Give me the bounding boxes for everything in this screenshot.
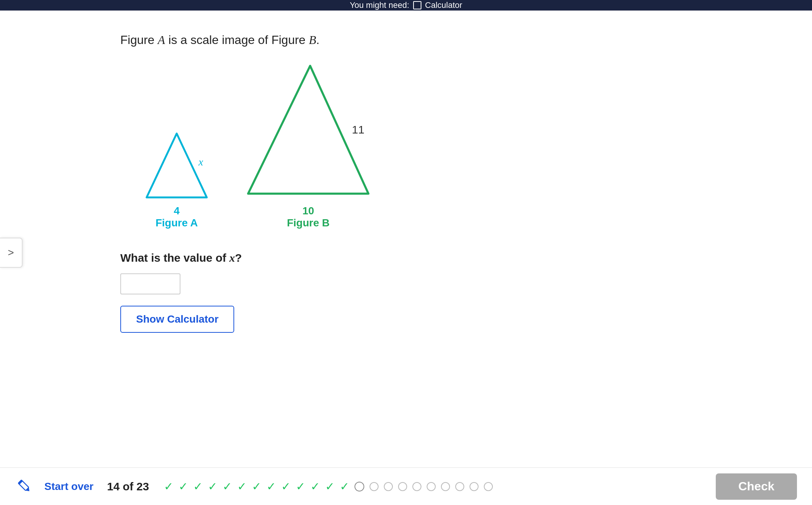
figure-b-svg: 11 — [241, 62, 376, 205]
figure-b-base: 10 — [287, 205, 330, 217]
check-7: ✓ — [252, 480, 261, 493]
svg-marker-5 — [26, 487, 31, 493]
pencil-icon-wrapper — [15, 477, 33, 496]
figure-a-base: 4 — [174, 205, 180, 217]
svg-marker-2 — [248, 66, 368, 194]
empty-circle-6 — [441, 482, 450, 491]
svg-text:x: x — [198, 156, 203, 168]
figure-b-labels: 10 Figure B — [287, 205, 330, 229]
empty-circle-9 — [484, 482, 493, 491]
check-3: ✓ — [193, 480, 203, 493]
svg-marker-0 — [147, 133, 207, 197]
calculator-icon — [413, 1, 421, 9]
start-over-button[interactable]: Start over — [44, 481, 94, 493]
check-6: ✓ — [237, 480, 247, 493]
main-content: Figure A is a scale image of Figure B. x… — [0, 11, 812, 348]
progress-indicators: ✓ ✓ ✓ ✓ ✓ ✓ ✓ ✓ ✓ ✓ ✓ ✓ ✓ — [164, 480, 716, 493]
show-calculator-button[interactable]: Show Calculator — [120, 306, 234, 333]
empty-circle-2 — [384, 482, 393, 491]
empty-circle-3 — [398, 482, 407, 491]
pencil-icon — [15, 477, 33, 495]
top-bar-content: You might need: Calculator — [350, 0, 462, 10]
svg-text:11: 11 — [352, 123, 364, 136]
check-10: ✓ — [296, 480, 305, 493]
figure-a-name: A — [158, 33, 165, 47]
check-12: ✓ — [325, 480, 335, 493]
empty-circle-5 — [427, 482, 436, 491]
answer-input[interactable] — [120, 273, 180, 294]
current-question-indicator — [354, 482, 364, 491]
check-1: ✓ — [164, 480, 173, 493]
problem-statement: Figure A is a scale image of Figure B. — [120, 33, 812, 47]
figure-a-svg: x — [143, 130, 211, 205]
check-9: ✓ — [281, 480, 291, 493]
empty-circle-7 — [455, 482, 464, 491]
empty-circle-4 — [412, 482, 421, 491]
figure-a-label: Figure A — [156, 217, 198, 229]
progress-label: 14 of 23 — [107, 480, 149, 493]
top-bar-text: You might need: — [350, 0, 409, 10]
check-13: ✓ — [340, 480, 349, 493]
empty-circle-1 — [370, 482, 379, 491]
question-variable: x — [229, 252, 235, 264]
figures-container: x 4 Figure A 11 10 Figure B — [143, 62, 812, 229]
figure-b-label: Figure B — [287, 217, 330, 229]
figure-a-labels: 4 Figure A — [156, 205, 198, 229]
question-text: What is the value of x? — [120, 252, 812, 264]
check-8: ✓ — [267, 480, 276, 493]
calculator-label: Calculator — [425, 0, 462, 10]
check-2: ✓ — [179, 480, 188, 493]
svg-rect-4 — [18, 480, 29, 490]
question-section: What is the value of x? Show Calculator — [120, 252, 812, 348]
figure-a: x 4 Figure A — [143, 130, 211, 229]
check-4: ✓ — [208, 480, 217, 493]
check-11: ✓ — [311, 480, 320, 493]
figure-b-name: B — [309, 33, 317, 47]
check-5: ✓ — [223, 480, 232, 493]
top-bar: You might need: Calculator — [0, 0, 812, 11]
empty-circle-8 — [470, 482, 479, 491]
check-button[interactable]: Check — [716, 473, 797, 500]
bottom-bar: Start over 14 of 23 ✓ ✓ ✓ ✓ ✓ ✓ ✓ ✓ ✓ ✓ … — [0, 467, 812, 505]
figure-b: 11 10 Figure B — [241, 62, 376, 229]
